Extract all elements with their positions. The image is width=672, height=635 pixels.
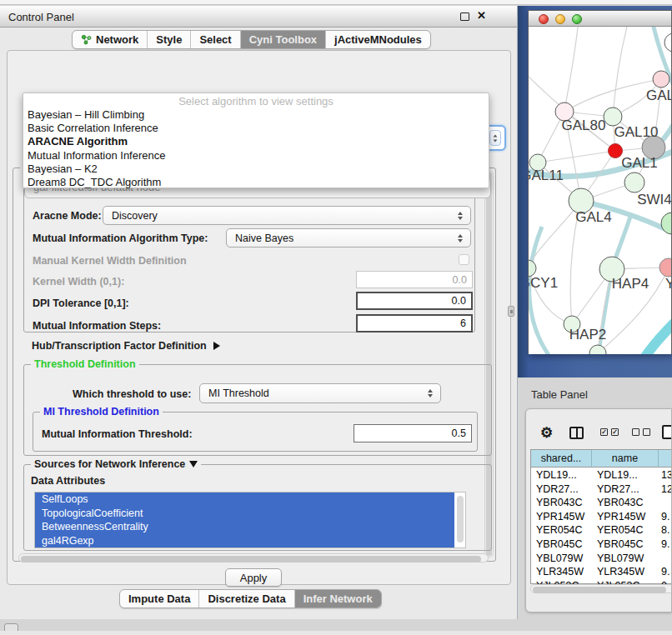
node-label-swi4: SWI4 (637, 192, 671, 208)
mi-type-label: Mutual Information Algorithm Type: (33, 232, 208, 244)
network-node-gal1-red[interactable] (609, 144, 623, 158)
algorithm-option-aracne[interactable]: ARACNE Algorithm (23, 135, 489, 148)
apply-button-label: Apply (240, 572, 268, 584)
attribute-item[interactable]: gal4RGexp (35, 534, 454, 548)
network-canvas[interactable]: GAL GAL80 GAL10 GAL1 GAL11 SWI4 GAL4 GCY… (529, 27, 671, 354)
kernel-width-value: 0.0 (453, 274, 467, 286)
network-node[interactable] (589, 345, 606, 354)
zoom-traffic-light-icon[interactable] (572, 14, 582, 24)
cyni-toolbox-panel: gal-filtered.sif default node Select alg… (7, 50, 511, 585)
algorithm-option[interactable]: Mutual Information Inference (23, 149, 489, 162)
network-node-gal10[interactable] (604, 108, 622, 126)
cell-shared-name: YDL19... (536, 468, 577, 482)
tab-style[interactable]: Style (148, 31, 191, 48)
mi-steps-field[interactable]: 6 (356, 314, 473, 332)
float-window-icon[interactable] (460, 12, 469, 21)
column-header-partial[interactable] (659, 450, 672, 468)
tab-select-label: Select (199, 33, 231, 46)
network-node-pink[interactable] (659, 258, 671, 277)
node-label-hap2: HAP2 (569, 327, 606, 342)
tab-cyni-toolbox[interactable]: Cyni Toolbox (241, 31, 326, 48)
table-row[interactable]: YBR043C YBR043C (531, 496, 672, 510)
unchecked-box-icon[interactable] (643, 428, 650, 436)
close-traffic-light-icon[interactable] (539, 14, 549, 24)
table-row[interactable]: YLR345W YLR345W 9. (531, 565, 672, 579)
control-panel-title: Control Panel (8, 11, 74, 23)
node-label-gal10: GAL10 (614, 124, 659, 140)
table-horizontal-scrollbar[interactable] (530, 584, 672, 593)
algorithm-option[interactable]: Bayesian – K2 (23, 162, 489, 176)
tab-infer-network[interactable]: Infer Network (295, 590, 381, 608)
kernel-width-field[interactable]: 0.0 (356, 271, 473, 288)
mi-type-combo[interactable]: Naive Bayes (226, 228, 471, 248)
which-threshold-value: MI Threshold (208, 388, 269, 399)
algorithm-option[interactable]: Basic Correlation Inference (23, 122, 489, 135)
hub-definition-toggle[interactable]: Hub/Transcription Factor Definition (32, 340, 220, 352)
dpi-tolerance-field[interactable]: 0.0 (356, 292, 473, 310)
algorithm-option[interactable]: Bayesian – Hill Climbing (23, 108, 489, 122)
apply-button[interactable]: Apply (225, 568, 282, 587)
cell-shared-name: YBR043C (536, 496, 583, 510)
mi-threshold-field[interactable]: 0.5 (354, 424, 472, 442)
settings-horizontal-scrollbar[interactable] (18, 553, 489, 562)
close-icon[interactable]: ✕ (477, 9, 486, 22)
network-graph-icon (81, 34, 92, 45)
bottom-edge (0, 631, 672, 635)
network-node-gcy1[interactable] (529, 260, 536, 277)
cell-name: YDR27... (597, 482, 639, 497)
combo-arrows-icon (458, 212, 470, 220)
table-row[interactable]: YBL079W YBL079W (531, 552, 672, 566)
algorithm-option[interactable]: Dream8 DC_TDC Algorithm (23, 176, 489, 189)
cell-shared-name: YBR045C (536, 538, 583, 552)
which-threshold-label: Which threshold to use: (73, 388, 191, 400)
cell-name: YLR345W (597, 565, 644, 579)
mi-steps-label: Mutual Information Steps: (33, 320, 161, 332)
aracne-mode-combo[interactable]: Discovery (103, 206, 471, 225)
node-label-partial: Y (665, 276, 671, 292)
cell-shared-name: YPR145W (536, 510, 584, 524)
network-node[interactable] (624, 172, 644, 192)
table-row[interactable]: YBR045C YBR045C 9. (531, 538, 672, 552)
column-header-shared[interactable]: shared... (531, 450, 592, 468)
manual-kernel-checkbox[interactable] (459, 254, 469, 265)
gear-icon[interactable]: ⚙ (540, 424, 553, 442)
attribute-item[interactable]: SelfLoops (35, 492, 454, 507)
document-icon[interactable] (662, 425, 672, 439)
network-node[interactable] (664, 33, 671, 52)
sources-toggle[interactable]: Sources for Network Inference (31, 458, 201, 470)
unchecked-box-icon[interactable] (632, 428, 639, 436)
table-row[interactable]: YER054C YER054C 8. (531, 523, 672, 538)
cell-value: 9. (661, 565, 669, 579)
table-row[interactable]: YDR27... YDR27... 12 (531, 482, 672, 497)
network-node[interactable] (661, 212, 671, 234)
column-header-name[interactable]: name (592, 450, 659, 468)
tab-impute-data-label: Impute Data (128, 592, 190, 605)
tab-discretize-data-label: Discretize Data (208, 592, 285, 605)
table-row[interactable]: YPR145W YPR145W 9. (531, 510, 672, 524)
tab-network[interactable]: Network (73, 31, 148, 48)
columns-icon[interactable] (569, 427, 584, 439)
attribute-item[interactable]: BetweennessCentrality (35, 520, 454, 534)
cell-value: 12 (661, 482, 672, 497)
tab-select[interactable]: Select (191, 31, 240, 48)
minimize-traffic-light-icon[interactable] (555, 14, 565, 24)
checked-box-icon[interactable]: ✓ (611, 428, 619, 436)
network-node[interactable] (653, 71, 669, 88)
tab-style-label: Style (156, 33, 182, 46)
table-row[interactable]: YDL19... YDL19... 13 (531, 468, 672, 482)
mi-type-value: Naive Bayes (235, 232, 293, 244)
attribute-item[interactable]: TopologicalCoefficient (35, 507, 454, 521)
node-label-gal80: GAL80 (562, 118, 606, 133)
tab-impute-data[interactable]: Impute Data (120, 590, 199, 608)
checked-box-icon[interactable]: ✓ (600, 428, 608, 436)
tab-discretize-data[interactable]: Discretize Data (199, 590, 294, 608)
table-panel-title: Table Panel (531, 388, 588, 401)
mi-threshold-label: Mutual Information Threshold: (42, 428, 193, 440)
which-threshold-combo[interactable]: MI Threshold (199, 383, 441, 403)
tab-infer-network-label: Infer Network (303, 592, 373, 605)
network-window-titlebar (529, 11, 671, 27)
list-vertical-scrollbar[interactable] (457, 496, 464, 542)
splitter-grip[interactable] (508, 306, 514, 317)
tab-jactivemnodules[interactable]: jActiveMNodules (326, 31, 430, 48)
mi-threshold-title: MI Threshold Definition (40, 406, 163, 418)
